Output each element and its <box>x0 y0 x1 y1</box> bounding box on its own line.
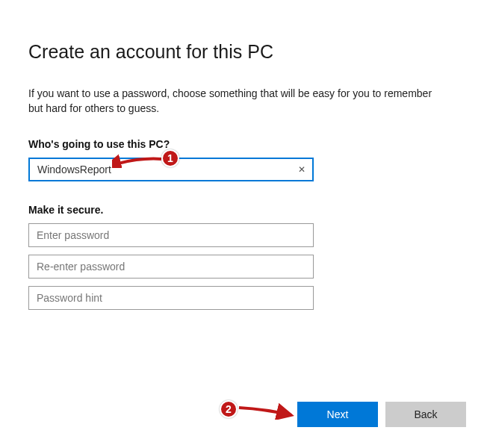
password-section-label: Make it secure. <box>28 204 459 216</box>
annotation-arrow-2 <box>236 403 296 420</box>
password-hint-input[interactable] <box>28 286 314 310</box>
back-button[interactable]: Back <box>385 402 466 427</box>
annotation-badge-2: 2 <box>220 400 238 418</box>
password-input[interactable] <box>28 223 314 247</box>
username-label: Who's going to use this PC? <box>28 138 459 150</box>
annotation-badge-1: 1 <box>161 149 179 167</box>
confirm-password-input[interactable] <box>28 255 314 279</box>
page-description: If you want to use a password, choose so… <box>28 87 447 116</box>
annotation-arrow-1 <box>112 153 164 168</box>
clear-input-icon[interactable]: ✕ <box>291 158 313 181</box>
page-title: Create an account for this PC <box>28 41 459 63</box>
next-button[interactable]: Next <box>297 402 378 427</box>
